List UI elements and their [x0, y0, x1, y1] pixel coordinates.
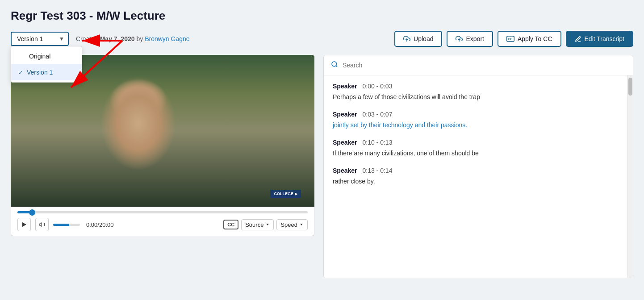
svg-marker-10: [266, 224, 269, 225]
controls-row: 0:00/20:00 CC Source Speed: [17, 218, 308, 231]
pencil-icon: [575, 36, 581, 42]
transcript-content: Speaker 0:00 - 0:03 Perhaps a few of tho…: [324, 75, 633, 278]
version-dropdown-menu: Original ✓ Version 1: [11, 46, 82, 83]
transcript-entry-3: Speaker 0:13 - 0:14 rather close by.: [333, 167, 624, 186]
volume-icon: [39, 221, 45, 228]
time-current: 0:00: [86, 221, 97, 228]
speaker-label-1: Speaker: [333, 111, 357, 118]
scrollbar-thumb[interactable]: [628, 78, 632, 96]
version-select-wrapper: Version 1 ▼ Original ✓ Version 1: [11, 32, 69, 46]
transcript-text-3: rather close by.: [333, 177, 624, 186]
speed-label: Speed: [280, 221, 297, 228]
transcript-entry-0: Speaker 0:00 - 0:03 Perhaps a few of tho…: [333, 83, 624, 102]
search-icon: [331, 61, 338, 70]
volume-button[interactable]: [35, 218, 49, 231]
progress-knob[interactable]: [29, 209, 35, 216]
svg-marker-9: [39, 223, 42, 226]
speaker-line-3: Speaker 0:13 - 0:14: [333, 167, 624, 174]
transcript-text-0: Perhaps a few of those civilizations wil…: [333, 92, 624, 102]
controls-right: CC Source Speed: [223, 219, 308, 230]
cc-button[interactable]: CC: [223, 220, 238, 229]
transcript-text-1: jointly set by their technology and thei…: [333, 121, 624, 130]
dropdown-item-original[interactable]: Original: [11, 48, 82, 64]
source-chevron-icon: [265, 222, 270, 227]
time-range-0: 0:00 - 0:03: [362, 83, 392, 90]
checkmark-icon: ✓: [18, 69, 23, 76]
dropdown-item-original-label: Original: [29, 53, 50, 60]
time-total: 20:00: [99, 221, 114, 228]
created-date: May 7, 2020: [100, 35, 135, 42]
top-bar-left: Version 1 ▼ Original ✓ Version 1: [11, 32, 190, 46]
edit-transcript-label: Edit Transcript: [585, 35, 624, 42]
progress-bar-track[interactable]: [17, 211, 308, 213]
speaker-line-0: Speaker 0:00 - 0:03: [333, 83, 624, 90]
search-bar: [324, 55, 633, 75]
svg-point-12: [332, 62, 337, 67]
progress-bar-wrapper[interactable]: [17, 211, 308, 213]
transcript-text-2: If there are many civilizations, one of …: [333, 149, 624, 158]
created-label: Created: [76, 35, 98, 42]
main-content: COLLEGE: [11, 55, 633, 278]
upload-label: Upload: [414, 35, 433, 42]
svg-marker-8: [22, 222, 26, 227]
source-dropdown[interactable]: Source: [241, 219, 274, 230]
upload-button[interactable]: Upload: [394, 31, 442, 47]
created-info: Created May 7, 2020 by Bronwyn Gagne: [76, 35, 190, 42]
speaker-line-2: Speaker 0:10 - 0:13: [333, 139, 624, 146]
college-badge: COLLEGE: [270, 190, 301, 198]
export-label: Export: [466, 35, 484, 42]
apply-cc-label: Apply To CC: [518, 35, 552, 42]
transcript-entry-2: Speaker 0:10 - 0:13 If there are many ci…: [333, 139, 624, 158]
svg-line-13: [336, 66, 337, 67]
time-range-1: 0:03 - 0:07: [362, 111, 392, 118]
play-icon: [21, 222, 27, 227]
svg-marker-11: [300, 224, 303, 225]
export-button[interactable]: Export: [447, 31, 493, 47]
time-range-2: 0:10 - 0:13: [362, 139, 392, 146]
created-by: by: [136, 35, 143, 42]
version-select[interactable]: Version 1: [11, 32, 69, 46]
speaker-label-2: Speaker: [333, 139, 357, 146]
speed-chevron-icon: [299, 222, 304, 227]
video-controls: 0:00/20:00 CC Source Speed: [11, 207, 314, 236]
volume-slider[interactable]: [53, 224, 80, 226]
transcript-panel: Speaker 0:00 - 0:03 Perhaps a few of tho…: [323, 55, 633, 278]
created-author: Bronwyn Gagne: [145, 35, 189, 42]
source-label: Source: [245, 221, 263, 228]
dropdown-item-version1[interactable]: ✓ Version 1: [11, 64, 82, 80]
export-icon: [456, 35, 463, 42]
transcript-entry-1: Speaker 0:03 - 0:07 jointly set by their…: [333, 111, 624, 130]
time-range-3: 0:13 - 0:14: [362, 167, 392, 174]
speaker-line-1: Speaker 0:03 - 0:07: [333, 111, 624, 118]
speed-dropdown[interactable]: Speed: [276, 219, 308, 230]
time-display: 0:00/20:00: [86, 221, 113, 228]
page-title: Regr Test 303 - M/W Lecture: [11, 9, 633, 23]
search-input[interactable]: [343, 62, 626, 69]
upload-icon: [403, 35, 410, 42]
speaker-label-0: Speaker: [333, 83, 357, 90]
play-button[interactable]: [17, 218, 31, 231]
svg-text:CC: CC: [508, 38, 513, 41]
edit-transcript-button[interactable]: Edit Transcript: [566, 31, 633, 47]
dropdown-item-version1-label: Version 1: [27, 69, 53, 76]
apply-cc-button[interactable]: CC Apply To CC: [498, 31, 561, 47]
scrollbar-area[interactable]: [627, 75, 633, 278]
top-bar: Version 1 ▼ Original ✓ Version 1: [11, 31, 633, 47]
top-bar-right: Upload Export CC Apply To CC: [394, 31, 633, 47]
speaker-label-3: Speaker: [333, 167, 357, 174]
cc-icon: CC: [506, 36, 514, 42]
